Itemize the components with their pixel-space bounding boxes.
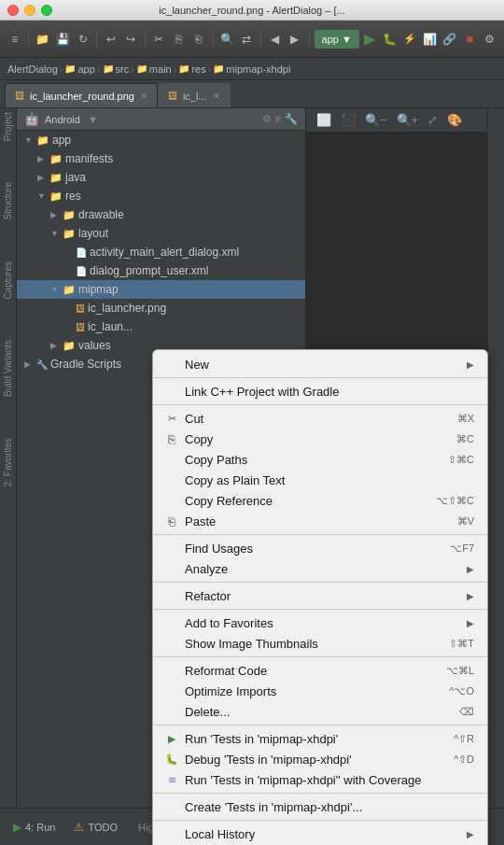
local-history-submenu-arrow: ▶: [467, 829, 474, 839]
menu-item-create-tests[interactable]: Create 'Tests in 'mipmap-xhdpi'...: [153, 796, 487, 817]
tree-item-drawable[interactable]: ▶ 📁 drawable: [17, 205, 305, 224]
back-btn[interactable]: ◀: [266, 29, 284, 49]
copy-shortcut: ⌘C: [456, 433, 474, 445]
filter-icon[interactable]: 🔧: [285, 113, 298, 125]
zoom-layout-btn[interactable]: ⬜: [314, 111, 334, 129]
breadcrumb-alertdialog[interactable]: AlertDialog: [7, 63, 58, 75]
run-panel-btn[interactable]: ▶ 4: Run: [7, 819, 61, 836]
menu-item-copy-paths[interactable]: Copy Paths ⇧⌘C: [153, 449, 487, 470]
collapse-icon[interactable]: ≡: [275, 113, 281, 125]
tree-item-manifests[interactable]: ▶ 📁 manifests: [17, 149, 305, 168]
menu-label-optimize-imports: Optimize Imports: [185, 684, 430, 698]
tree-item-java[interactable]: ▶ 📁 java: [17, 168, 305, 187]
tab-close-icon[interactable]: ✕: [140, 91, 147, 101]
breadcrumb-res[interactable]: 📁 res: [178, 63, 205, 75]
menu-item-copy[interactable]: ⎘ Copy ⌘C: [153, 429, 487, 449]
attach-btn[interactable]: 🔗: [441, 29, 458, 49]
project-panel-label[interactable]: Project: [3, 112, 13, 141]
tree-item-app[interactable]: ▼ 📁 app: [17, 131, 305, 149]
profile-btn[interactable]: 📊: [421, 29, 439, 49]
editor-tab-bar: 🖼 ic_launcher_round.png ✕ 🖼 ic_l... ✕: [0, 80, 504, 108]
search-replace-btn[interactable]: ⇄: [238, 29, 256, 49]
captures-panel-label[interactable]: Captures: [3, 261, 13, 300]
menu-item-delete[interactable]: Delete... ⌫: [153, 701, 487, 722]
menu-item-new[interactable]: New ▶: [153, 354, 487, 374]
paste-btn[interactable]: ⎗: [189, 29, 207, 49]
breadcrumb-mipmap[interactable]: 📁 mipmap-xhdpi: [213, 63, 290, 75]
tab-ic-launcher-round[interactable]: 🖼 ic_launcher_round.png ✕: [5, 83, 158, 107]
gear-icon[interactable]: ⚙: [262, 113, 272, 125]
zoom-in-btn[interactable]: 🔍+: [394, 111, 422, 129]
menu-item-find-usages[interactable]: Find Usages ⌥F7: [153, 538, 487, 558]
menu-label-add-favorites: Add to Favorites: [185, 616, 467, 630]
refactor-submenu-arrow: ▶: [467, 591, 474, 601]
menu-item-copy-plain[interactable]: Copy as Plain Text: [153, 470, 487, 490]
menu-item-paste[interactable]: ⎗ Paste ⌘V: [153, 511, 487, 531]
tree-item-mipmap[interactable]: ▼ 📁 mipmap: [17, 280, 305, 299]
tree-item-res[interactable]: ▼ 📁 res: [17, 187, 305, 205]
copy-btn[interactable]: ⎘: [170, 29, 188, 49]
menu-item-add-favorites[interactable]: Add to Favorites ▶: [153, 613, 487, 633]
menu-item-copy-ref[interactable]: Copy Reference ⌥⇧⌘C: [153, 490, 487, 511]
cut-btn[interactable]: ✂: [150, 29, 168, 49]
tree-item-ic-launcher-round[interactable]: ▶ 🖼 ic_laun...: [17, 317, 305, 336]
menu-item-reformat[interactable]: Reformat Code ⌥⌘L: [153, 660, 487, 681]
search-btn[interactable]: 🔍: [217, 29, 235, 49]
open-btn[interactable]: 📁: [34, 29, 51, 49]
minimize-button[interactable]: [24, 5, 35, 16]
sep-5: [153, 609, 487, 610]
zoom-fit-btn[interactable]: ⤢: [425, 111, 441, 129]
breadcrumb: AlertDialog › 📁 app › 📁 src › 📁 main › 📁…: [0, 58, 504, 80]
coverage-btn[interactable]: ⚡: [400, 29, 418, 49]
menu-item-link-cpp[interactable]: Link C++ Project with Gradle: [153, 381, 487, 401]
menu-item-run-coverage[interactable]: ≋ Run 'Tests in 'mipmap-xhdpi'' with Cov…: [153, 769, 487, 790]
menu-item-cut[interactable]: ✂ Cut ⌘X: [153, 408, 487, 429]
menu-item-optimize-imports[interactable]: Optimize Imports ^⌥O: [153, 681, 487, 701]
menu-label-copy-plain: Copy as Plain Text: [185, 473, 474, 487]
menu-item-debug-tests[interactable]: 🐛 Debug 'Tests in 'mipmap-xhdpi' ^⇧D: [153, 749, 487, 769]
menu-label-paste: Paste: [185, 514, 439, 528]
menu-btn[interactable]: ≡: [6, 29, 23, 49]
tab-close-icon-2[interactable]: ✕: [213, 91, 220, 101]
menu-item-refactor[interactable]: Refactor ▶: [153, 585, 487, 606]
redo-btn[interactable]: ↪: [121, 29, 139, 49]
menu-item-local-history[interactable]: Local History ▶: [153, 824, 487, 844]
save-btn[interactable]: 💾: [54, 29, 72, 49]
menu-item-show-thumbnails[interactable]: Show Image Thumbnails ⇧⌘T: [153, 633, 487, 654]
menu-item-analyze[interactable]: Analyze ▶: [153, 558, 487, 579]
zoom-actual-btn[interactable]: ⬛: [338, 111, 358, 129]
tree-item-ic-launcher[interactable]: ▶ 🖼 ic_launcher.png: [17, 299, 305, 317]
tree-item-dialog-xml[interactable]: ▶ 📄 dialog_prompt_user.xml: [17, 261, 305, 280]
color-picker-btn[interactable]: 🎨: [444, 111, 465, 129]
todo-panel-btn[interactable]: ⚠ TODO: [68, 819, 123, 836]
menu-item-run-tests[interactable]: ▶ Run 'Tests in 'mipmap-xhdpi' ^⇧R: [153, 728, 487, 749]
menu-label-copy: Copy: [185, 432, 438, 446]
tab-ic-launcher[interactable]: 🖼 ic_l... ✕: [158, 83, 231, 107]
breadcrumb-app[interactable]: 📁 app: [64, 63, 94, 75]
breadcrumb-src[interactable]: 📁 src: [103, 63, 130, 75]
run-config-btn[interactable]: app ▼: [315, 30, 359, 49]
sep-1: [153, 377, 487, 378]
build-variants-label[interactable]: Build Variants: [3, 340, 13, 397]
breadcrumb-main[interactable]: 📁 main: [136, 63, 172, 75]
maximize-button[interactable]: [41, 5, 52, 16]
toolbar-sep-5: [260, 30, 261, 49]
run-btn[interactable]: ▶: [361, 29, 379, 49]
forward-btn[interactable]: ▶: [286, 29, 303, 49]
tree-item-layout[interactable]: ▼ 📁 layout: [17, 224, 305, 243]
sync-btn[interactable]: ↻: [74, 29, 91, 49]
dropdown-arrow[interactable]: ▼: [88, 114, 98, 125]
close-button[interactable]: [7, 5, 19, 16]
tab-file-icon-2: 🖼: [168, 91, 177, 101]
structure-panel-label[interactable]: Structure: [3, 182, 13, 220]
stop-btn[interactable]: ■: [460, 29, 478, 49]
undo-btn[interactable]: ↩: [102, 29, 119, 49]
settings-btn[interactable]: ⚙: [481, 29, 498, 49]
menu-label-link-cpp: Link C++ Project with Gradle: [185, 385, 474, 399]
debug-btn[interactable]: 🐛: [381, 29, 399, 49]
window-title: ic_launcher_round.png - AlertDialog – [.…: [159, 5, 344, 16]
analyze-submenu-arrow: ▶: [467, 564, 474, 574]
zoom-out-btn[interactable]: 🔍−: [362, 111, 390, 129]
favorites-panel-label[interactable]: 2: Favorites: [3, 438, 13, 486]
tree-item-activity-xml[interactable]: ▶ 📄 activity_main_alert_dialog.xml: [17, 243, 305, 261]
